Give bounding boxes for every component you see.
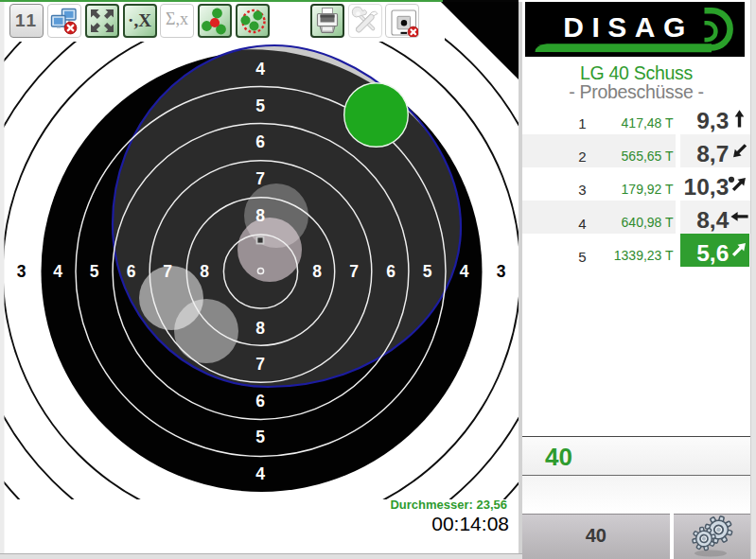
svg-text:6: 6 — [255, 392, 265, 411]
svg-text:5: 5 — [90, 262, 99, 281]
svg-text:DISAG: DISAG — [563, 11, 694, 43]
svg-text:4: 4 — [255, 60, 265, 79]
svg-text:7: 7 — [255, 355, 265, 374]
svg-text:6: 6 — [386, 262, 396, 281]
svg-text:4: 4 — [53, 262, 62, 281]
svg-text:8: 8 — [200, 262, 209, 281]
svg-text:6: 6 — [255, 132, 265, 151]
svg-text:3: 3 — [17, 262, 26, 281]
svg-text:640,98 T: 640,98 T — [622, 215, 674, 230]
svg-text:4: 4 — [578, 216, 586, 232]
svg-text:8: 8 — [312, 262, 322, 281]
svg-text:3: 3 — [578, 182, 586, 198]
svg-text:5: 5 — [578, 249, 586, 265]
svg-text:7: 7 — [163, 262, 172, 281]
svg-text:565,65 T: 565,65 T — [622, 148, 674, 164]
svg-text:1: 1 — [578, 115, 586, 131]
svg-text:9,3: 9,3 — [696, 108, 729, 133]
svg-text:8,7: 8,7 — [696, 141, 729, 166]
svg-text:1339,23 T: 1339,23 T — [614, 248, 674, 263]
svg-text:5,6: 5,6 — [696, 240, 729, 266]
svg-text:4: 4 — [255, 464, 265, 483]
svg-text:5: 5 — [255, 96, 265, 115]
svg-text:4: 4 — [460, 262, 469, 281]
svg-text:3: 3 — [497, 262, 506, 281]
svg-text:417,48 T: 417,48 T — [622, 115, 674, 131]
svg-text:Durchmesser: 23,56: Durchmesser: 23,56 — [390, 498, 507, 512]
svg-text:6: 6 — [127, 262, 136, 281]
svg-text:8,4: 8,4 — [696, 207, 729, 233]
svg-text:10,3: 10,3 — [684, 174, 730, 200]
svg-text:7: 7 — [349, 262, 359, 281]
svg-text:8: 8 — [255, 319, 265, 338]
svg-text:5: 5 — [255, 428, 265, 446]
svg-text:8: 8 — [255, 206, 265, 225]
svg-text:00:14:08: 00:14:08 — [431, 513, 509, 534]
svg-text:5: 5 — [423, 262, 432, 281]
svg-text:2: 2 — [578, 148, 586, 165]
svg-text:179,92 T: 179,92 T — [622, 182, 674, 197]
svg-text:7: 7 — [255, 169, 265, 188]
